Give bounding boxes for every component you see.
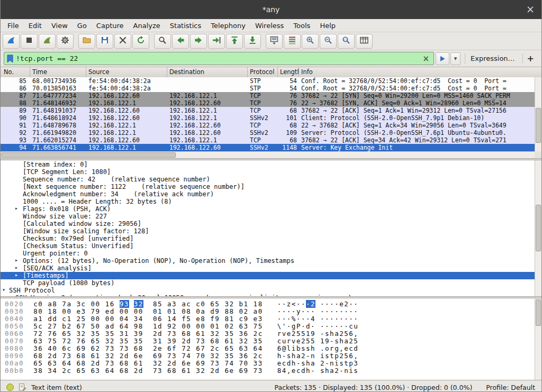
save-file-button[interactable] [96,34,113,49]
hex-byte[interactable]: 65 [91,337,101,345]
hex-byte[interactable]: 6c [62,344,71,352]
hex-byte[interactable]: 2d [48,352,57,360]
ascii-char[interactable]: t [344,359,349,367]
go-forward-button[interactable] [190,34,207,49]
ascii-char[interactable]: d [301,367,306,375]
hex-byte[interactable]: 31 [120,330,129,338]
ascii-char[interactable]: · [306,315,311,323]
ascii-char[interactable]: , [339,344,344,352]
hex-byte[interactable]: 73 [105,344,115,352]
packet-row[interactable]: 8971.648191037192.168.122.60192.168.122.… [1,107,541,114]
ascii-char[interactable]: s [335,337,339,345]
ascii-char[interactable]: u [282,337,287,345]
hex-byte[interactable]: 67 [76,322,86,330]
ascii-char[interactable]: 2 [292,330,296,338]
hex-byte[interactable]: 1d [153,322,162,330]
hex-byte[interactable]: 02 [239,307,249,315]
hex-byte[interactable]: 74 [224,359,234,367]
window-close-button[interactable]: × [526,3,535,15]
ascii-char[interactable]: 9 [311,330,315,338]
hex-byte[interactable]: 72 [33,330,43,338]
hex-byte[interactable]: 63 [239,322,249,330]
hex-byte[interactable]: 65 [210,300,220,308]
ascii-char[interactable]: v [292,337,296,345]
menu-edit[interactable]: Edit [24,20,47,31]
filter-history-caret-icon[interactable]: ▾ [450,52,460,65]
detail-line[interactable]: 1000 .... = Header Length: 32 bytes (8) [1,198,541,205]
detail-line[interactable]: Window size value: 227 [1,213,541,220]
go-last-button[interactable] [244,34,261,49]
hex-byte[interactable]: 73 [153,367,162,375]
hex-byte[interactable]: 31 [153,337,162,345]
ascii-char[interactable]: a [330,367,335,375]
column-header-no[interactable]: No. [1,67,30,77]
hex-byte[interactable]: 01 [210,322,220,330]
ascii-char[interactable]: · [339,307,344,315]
detail-line[interactable]: [Checksum Status: Unverified] [1,242,541,250]
hex-byte[interactable]: 2c [254,352,263,360]
hex-byte[interactable]: 72 [182,344,191,352]
hex-byte[interactable]: 63 [91,367,101,375]
menu-file[interactable]: File [3,20,24,31]
ascii-char[interactable]: s [301,359,306,367]
ascii-char[interactable]: r [330,344,335,352]
hex-byte[interactable]: 69 [196,359,205,367]
ascii-char[interactable]: · [282,300,287,308]
ascii-char[interactable]: · [335,315,339,323]
hex-row[interactable]: 0080 36 40 6c 69 62 73 73 68 2e 6f 72 67… [5,344,541,352]
ascii-char[interactable]: r [287,337,292,345]
hex-byte[interactable]: ac [182,300,191,308]
ascii-char[interactable]: · [344,307,349,315]
ascii-char[interactable]: - [282,352,287,360]
ascii-char[interactable]: · [320,322,325,330]
hex-byte[interactable]: e3 [254,315,263,323]
hex-byte[interactable]: 39 [167,337,177,345]
hex-byte[interactable]: d9 [210,307,220,315]
ascii-char[interactable]: 2 [320,359,325,367]
hex-byte[interactable]: 0a [196,307,205,315]
ascii-char[interactable]: i [292,344,296,352]
column-header-time[interactable]: Time [30,67,86,77]
hex-byte[interactable]: 35 [105,330,115,338]
hex-row[interactable]: 0030 80 18 00 e3 79 ed 00 00 01 01 08 0a… [5,307,541,315]
hex-byte[interactable]: 27 [48,322,57,330]
hex-byte[interactable]: ad [105,322,115,330]
hex-row[interactable]: 00b0 38 34 2c 65 63 64 68 2d 73 68 61 32… [5,367,541,374]
ascii-char[interactable]: h [330,330,335,338]
ascii-char[interactable]: 1 [306,330,311,338]
ascii-char[interactable]: · [325,315,330,323]
ascii-char[interactable]: · [330,315,335,323]
detail-line[interactable]: Urgent pointer: 0 [1,250,541,257]
hex-byte[interactable]: 64 [120,322,129,330]
hex-byte[interactable]: 63 [48,359,57,367]
expert-info-icon[interactable] [5,382,15,392]
hex-byte[interactable]: c0 [196,300,205,308]
packet-row[interactable]: 8771.647777234192.168.122.60192.168.122.… [1,92,541,99]
filter-bookmark-icon[interactable] [6,54,15,63]
hex-byte[interactable]: 65 [224,344,234,352]
ascii-char[interactable]: c [296,367,301,375]
hex-byte[interactable]: 35 [120,337,129,345]
ascii-char[interactable]: · [287,322,292,330]
hex-byte[interactable]: 3c [76,300,86,308]
hex-byte[interactable]: 5c [33,322,43,330]
ascii-char[interactable]: - [320,330,325,338]
hex-byte[interactable]: 00 [91,300,101,308]
hex-byte[interactable]: c9 [239,315,249,323]
hex-byte[interactable]: 73 [196,337,205,345]
hex-byte[interactable]: 14 [167,315,177,323]
hex-byte[interactable]: 35 [224,352,234,360]
hex-byte[interactable]: 04 [120,315,129,323]
hex-byte[interactable]: 79 [91,307,101,315]
ascii-char[interactable]: 5 [296,330,301,338]
menu-help[interactable]: Help [315,20,340,31]
hex-byte[interactable]: 36 [239,352,249,360]
ascii-char[interactable]: s [287,352,292,360]
hex-byte[interactable]: 01 [167,307,177,315]
ascii-char[interactable]: - [330,337,335,345]
hex-byte[interactable]: 68 [167,367,177,375]
ascii-char[interactable]: · [354,315,358,323]
hex-byte[interactable]: 68 [76,359,86,367]
hex-byte[interactable]: 32 [153,359,162,367]
hex-byte[interactable]: 32 [105,337,115,345]
